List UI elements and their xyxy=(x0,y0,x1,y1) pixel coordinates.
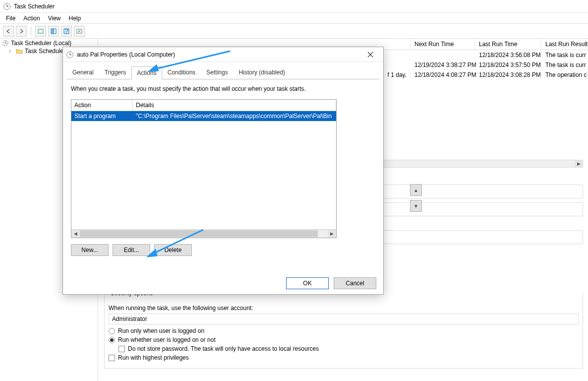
col-next-run[interactable]: Next Run Time xyxy=(411,39,475,50)
svg-text:?: ? xyxy=(65,28,68,34)
edit-action-button[interactable]: Edit... xyxy=(113,244,150,256)
close-button[interactable] xyxy=(360,49,380,61)
dialog-body: When you create a task, you must specify… xyxy=(63,79,383,262)
task-scheduler-icon xyxy=(3,2,11,10)
nav-back-button[interactable] xyxy=(3,26,14,37)
actions-list-header: Action Details xyxy=(71,100,336,111)
close-icon xyxy=(367,52,373,58)
folder-icon xyxy=(16,48,23,55)
actions-instruction-text: When you create a task, you must specify… xyxy=(71,85,375,92)
action-row-selected[interactable]: Start a program "C:\Program Files\PalSer… xyxy=(71,111,336,121)
window-title: Task Scheduler xyxy=(14,3,55,10)
dialog-title-bar: auto Pal Properties (Local Computer) xyxy=(63,47,383,62)
scrollbar-thumb[interactable] xyxy=(80,230,318,237)
tab-strip: General Triggers Actions Conditions Sett… xyxy=(63,62,383,79)
move-down-button[interactable]: ▼ xyxy=(410,200,422,212)
checkbox-icon xyxy=(109,355,115,361)
run-logged-on-option[interactable]: Run only when user is logged on xyxy=(109,327,579,334)
delete-action-button[interactable]: Delete xyxy=(154,244,192,256)
menu-help[interactable]: Help xyxy=(65,14,85,23)
col-action[interactable]: Action xyxy=(71,100,133,111)
svg-rect-5 xyxy=(54,29,56,34)
actions-list: Action Details Start a program "C:\Progr… xyxy=(71,99,337,238)
toolbar: ? xyxy=(0,24,588,39)
tab-general[interactable]: General xyxy=(67,66,99,79)
move-up-button[interactable]: ▲ xyxy=(410,184,422,196)
menu-bar: File Action View Help xyxy=(0,13,588,24)
no-store-password-option[interactable]: Do not store password. The task will onl… xyxy=(109,345,579,352)
run-logged-off-option[interactable]: Run whether user is logged on or not xyxy=(109,336,579,343)
ok-button[interactable]: OK xyxy=(286,277,329,289)
toolbar-help-button[interactable]: ? xyxy=(61,26,72,37)
svg-rect-3 xyxy=(38,29,43,33)
dialog-footer: OK Cancel xyxy=(286,277,376,289)
menu-view[interactable]: View xyxy=(44,14,65,23)
task-scheduler-icon xyxy=(2,40,9,47)
svg-rect-4 xyxy=(51,29,53,34)
nav-forward-button[interactable] xyxy=(16,26,27,37)
tree-root-node[interactable]: Task Scheduler (Local) xyxy=(2,40,96,47)
col-last-run[interactable]: Last Run Time xyxy=(475,39,541,50)
toolbar-divider xyxy=(31,27,31,36)
toolbar-btn-2[interactable] xyxy=(48,26,59,37)
dialog-title-text: auto Pal Properties (Local Computer) xyxy=(77,51,175,58)
actions-list-scrollbar[interactable]: ◀ ▶ xyxy=(71,229,336,238)
scroll-left-icon[interactable]: ◀ xyxy=(71,230,80,238)
security-options-group: Security options When running the task, … xyxy=(104,293,583,369)
col-last-result[interactable]: Last Run Result xyxy=(541,39,586,50)
tree-library-label: Task Scheduler xyxy=(25,48,65,55)
radio-icon xyxy=(109,337,115,343)
tab-triggers[interactable]: Triggers xyxy=(99,66,132,79)
checkbox-icon xyxy=(118,346,125,352)
security-account-field[interactable]: Administrator xyxy=(109,314,579,324)
security-prompt: When running the task, use the following… xyxy=(109,305,579,312)
highest-privileges-option[interactable]: Run with highest privileges xyxy=(109,354,579,361)
scroll-right-icon[interactable]: ▶ xyxy=(575,160,583,167)
scroll-right-icon[interactable]: ▶ xyxy=(328,230,336,238)
tab-history[interactable]: History (disabled) xyxy=(234,66,291,79)
col-details[interactable]: Details xyxy=(133,100,336,111)
tab-actions[interactable]: Actions xyxy=(131,66,162,79)
cancel-button[interactable]: Cancel xyxy=(334,277,376,289)
toolbar-btn-1[interactable] xyxy=(35,26,46,37)
menu-action[interactable]: Action xyxy=(19,14,44,23)
menu-file[interactable]: File xyxy=(2,14,19,23)
reorder-buttons: ▲ ▼ xyxy=(410,184,422,212)
task-properties-dialog: auto Pal Properties (Local Computer) Gen… xyxy=(62,47,384,295)
new-action-button[interactable]: New... xyxy=(71,244,109,256)
tab-settings[interactable]: Settings xyxy=(201,66,233,79)
tree-root-label: Task Scheduler (Local) xyxy=(11,40,71,47)
task-scheduler-icon xyxy=(66,51,74,59)
tree-expand-icon[interactable]: › xyxy=(9,48,14,55)
window-title-bar: Task Scheduler xyxy=(0,0,588,13)
tab-conditions[interactable]: Conditions xyxy=(162,66,201,79)
toolbar-btn-4[interactable] xyxy=(74,26,85,37)
radio-icon xyxy=(109,328,115,334)
